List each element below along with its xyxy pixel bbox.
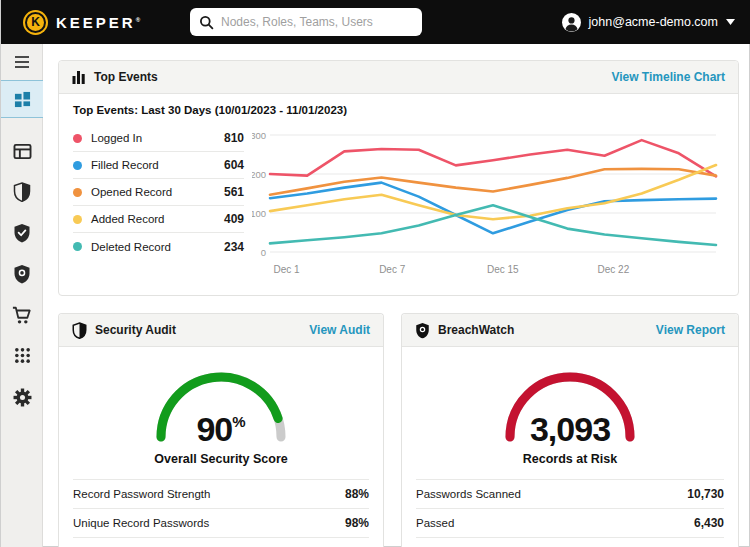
topbar: K KEEPER® john@acme-demo.com [1,0,750,44]
security-score-gauge: 90% [146,361,296,445]
security-audit-metrics: Record Password Strength88%Unique Record… [73,479,369,547]
settings-gear-icon [13,388,32,407]
metric-label: Unique Record Passwords [73,517,209,529]
legend-item[interactable]: Filled Record604 [73,152,244,179]
legend-label: Filled Record [91,159,159,171]
panel-title: BreachWatch [438,323,514,337]
bar-chart-icon [72,70,86,84]
legend-item[interactable]: Opened Record561 [73,179,244,206]
breachwatch-header: BreachWatch View Report [402,314,738,347]
svg-text:Dec 15: Dec 15 [487,264,519,275]
metric-row: Unique Record Passwords98% [73,508,369,537]
panel-title: Top Events [94,70,158,84]
sidebar-item-security-audit[interactable] [1,173,43,211]
svg-text:200: 200 [252,169,266,180]
sidebar-item-settings[interactable] [1,378,43,416]
security-audit-shield-icon [13,182,31,202]
metric-value: 88% [345,487,369,501]
sidebar-item-dashboard[interactable] [1,80,43,118]
menu-icon[interactable] [1,44,43,80]
user-avatar-icon [562,13,581,32]
global-search[interactable] [190,8,422,36]
admin-window-icon [13,143,32,160]
breachwatch-metrics: Passwords Scanned10,730Passed6,430Ignore… [416,479,724,547]
chevron-down-icon [726,19,735,25]
marketplace-cart-icon [12,306,32,325]
legend-value: 234 [224,240,244,254]
events-legend: Logged In810Filled Record604Opened Recor… [73,125,244,283]
view-timeline-chart-link[interactable]: View Timeline Chart [611,70,725,84]
user-menu[interactable]: john@acme-demo.com [562,0,735,44]
records-at-risk-gauge: 3,093 [495,361,645,445]
top-events-header: Top Events View Timeline Chart [59,61,738,94]
svg-text:Dec 22: Dec 22 [598,264,630,275]
keeper-logo: K KEEPER® [23,10,140,35]
metric-value: 6,430 [694,516,724,530]
legend-dot-icon [73,215,82,224]
brand-name: KEEPER® [56,14,140,31]
metric-label: Record Password Strength [73,488,210,500]
svg-text:300: 300 [252,130,266,141]
metric-row: Two-Factor Authentication50% [73,537,369,547]
dashboard-grid-icon [14,91,31,108]
metric-value: 98% [345,516,369,530]
svg-text:Dec 1: Dec 1 [273,264,300,275]
top-events-panel: Top Events View Timeline Chart Top Event… [58,60,739,296]
security-score-value: 90% [146,410,296,449]
gauge-caption: Records at Risk [402,452,738,466]
legend-item[interactable]: Added Record409 [73,206,244,233]
legend-item[interactable]: Logged In810 [73,125,244,152]
security-audit-panel: Security Audit View Audit 90% Overall Se… [58,313,384,547]
app-window: K KEEPER® john@acme-demo.com [0,0,750,547]
security-audit-header: Security Audit View Audit [59,314,383,347]
sidebar [1,44,43,547]
sidebar-item-admin[interactable] [1,132,43,170]
events-chart: 0100200300Dec 1Dec 7Dec 15Dec 22 [252,125,724,283]
panel-title: Security Audit [95,323,176,337]
legend-value: 604 [224,158,244,172]
legend-value: 561 [224,185,244,199]
apps-grid-icon [14,347,31,364]
legend-dot-icon [73,134,82,143]
search-input[interactable] [221,15,413,29]
metric-row: Ignored1,207 [416,537,724,547]
legend-label: Opened Record [91,186,172,198]
registered-mark: ® [136,17,140,23]
breachwatch-shield-icon [415,322,430,339]
legend-label: Deleted Record [91,241,171,253]
events-subtitle: Top Events: Last 30 Days (10/01/2023 - 1… [73,104,724,116]
metric-row: Passwords Scanned10,730 [416,479,724,508]
sidebar-item-apps[interactable] [1,336,43,374]
compliance-shield-check-icon [13,223,31,243]
svg-text:0: 0 [261,247,266,258]
svg-text:Dec 7: Dec 7 [379,264,406,275]
svg-text:100: 100 [252,208,266,219]
metric-row: Record Password Strength88% [73,479,369,508]
keeper-logo-icon: K [23,10,48,35]
legend-dot-icon [73,242,82,251]
security-audit-shield-icon [72,322,87,339]
legend-item[interactable]: Deleted Record234 [73,233,244,260]
view-report-link[interactable]: View Report [656,323,725,337]
metric-label: Passed [416,517,454,529]
metric-label: Passwords Scanned [416,488,521,500]
gauge-caption: Overall Security Score [59,452,383,466]
metric-value: 10,730 [687,487,724,501]
sidebar-item-marketplace[interactable] [1,296,43,334]
legend-label: Logged In [91,132,142,144]
sidebar-item-compliance[interactable] [1,214,43,252]
sidebar-item-breachwatch[interactable] [1,255,43,293]
records-at-risk-value: 3,093 [495,410,645,449]
metric-row: Passed6,430 [416,508,724,537]
legend-dot-icon [73,161,82,170]
line-chart: 0100200300Dec 1Dec 7Dec 15Dec 22 [252,125,724,279]
view-audit-link[interactable]: View Audit [309,323,370,337]
breachwatch-shield-icon [13,264,31,284]
legend-value: 409 [224,212,244,226]
breachwatch-panel: BreachWatch View Report 3,093 Records at… [401,313,739,547]
legend-label: Added Record [91,213,165,225]
legend-value: 810 [224,131,244,145]
search-icon [199,15,214,30]
user-email: john@acme-demo.com [589,15,718,29]
legend-dot-icon [73,188,82,197]
